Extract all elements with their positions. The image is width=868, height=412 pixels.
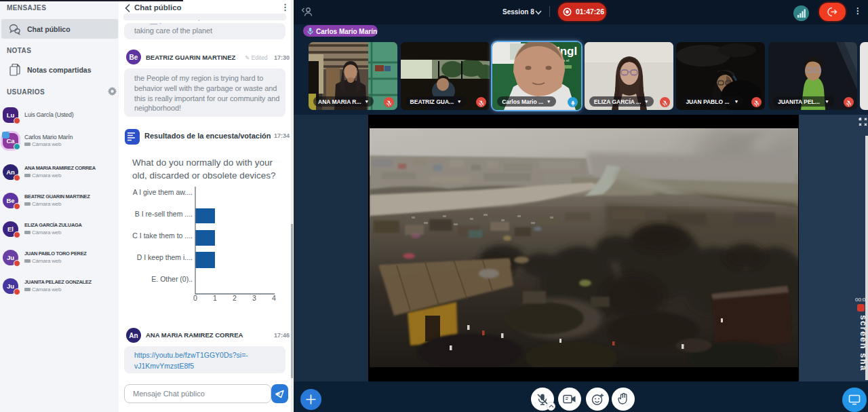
svg-text:C I take them to ....: C I take them to .... xyxy=(132,231,193,240)
svg-text:1: 1 xyxy=(213,294,217,302)
svg-text:3: 3 xyxy=(252,294,256,302)
svg-text:A I give them aw....: A I give them aw.... xyxy=(133,188,193,196)
svg-text:E. Other (0)..: E. Other (0).. xyxy=(151,275,193,283)
svg-text:B I re-sell them ....: B I re-sell them .... xyxy=(135,210,193,218)
svg-text:D I keep them i....: D I keep them i.... xyxy=(137,253,193,261)
svg-text:0: 0 xyxy=(193,294,197,302)
svg-text:2: 2 xyxy=(233,294,237,302)
svg-text:4: 4 xyxy=(272,294,276,302)
